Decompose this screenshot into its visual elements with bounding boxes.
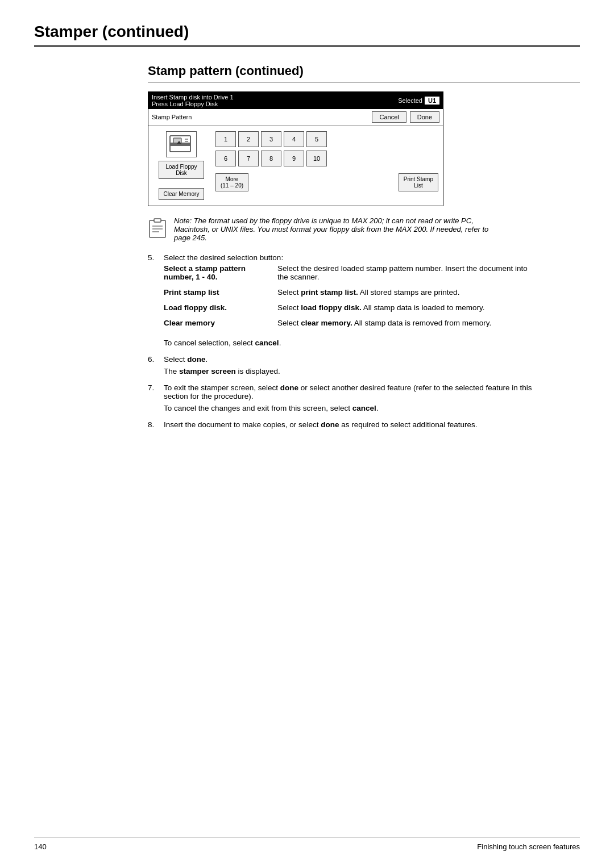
note-icon — [148, 218, 167, 243]
step-5-number: 5. — [148, 253, 159, 347]
def-row-stamp-pattern: Select a stamp pattern number, 1 - 40. S… — [164, 262, 534, 286]
def-term-print-stamp: Print stamp list — [164, 286, 277, 301]
def-row-print-stamp: Print stamp list Select print stamp list… — [164, 286, 534, 301]
stamp-number-8[interactable]: 8 — [261, 151, 281, 166]
def-desc-stamp-pattern: Select the desired loaded stamp pattern … — [277, 262, 534, 286]
definition-table: Select a stamp pattern number, 1 - 40. S… — [164, 262, 534, 332]
ui-dialog-box: Insert Stamp disk into Drive 1Press Load… — [148, 91, 443, 206]
def-row-load-floppy: Load floppy disk. Select load floppy dis… — [164, 301, 534, 316]
step-8-number: 8. — [148, 420, 159, 429]
note-block: Note: The format used by the floppy driv… — [148, 216, 500, 243]
ui-diagram: Insert Stamp disk into Drive 1Press Load… — [148, 91, 580, 206]
more-button[interactable]: More (11 – 20) — [215, 173, 248, 191]
right-panel: 1 2 3 4 5 6 7 8 9 10 — [215, 131, 438, 200]
step-5: 5. Select the desired selection button: … — [148, 253, 534, 347]
selected-value: U1 — [425, 97, 439, 105]
step-5-cancel-note: To cancel selection, select cancel. — [164, 339, 534, 347]
page-title: Stamper (continued) — [34, 23, 580, 47]
def-term-clear-memory: Clear memory — [164, 316, 277, 332]
stamp-number-3[interactable]: 3 — [261, 131, 281, 147]
stamp-number-6[interactable]: 6 — [215, 151, 236, 166]
step-6-main: Select done. — [164, 355, 534, 364]
clear-memory-button[interactable]: Clear Memory — [159, 188, 204, 200]
step-7-main: To exit the stamper screen, select done … — [164, 383, 534, 400]
selected-indicator: Selected U1 — [398, 97, 439, 105]
step-6-number: 6. — [148, 355, 159, 375]
stamp-number-9[interactable]: 9 — [284, 151, 304, 166]
stamp-number-2[interactable]: 2 — [238, 131, 259, 147]
cancel-button[interactable]: Cancel — [372, 111, 406, 123]
step-7-sub: To cancel the changes and exit from this… — [164, 404, 534, 412]
step-6: 6. Select done. The stamper screen is di… — [148, 355, 534, 375]
def-desc-print-stamp: Select print stamp list. All stored stam… — [277, 286, 534, 301]
step-7: 7. To exit the stamper screen, select do… — [148, 383, 534, 412]
note-text: Note: The format used by the floppy driv… — [174, 216, 500, 242]
dialog-toolbar: Stamp Pattern Cancel Done — [148, 109, 443, 126]
page-footer: 140 Finishing touch screen features — [34, 837, 580, 851]
dialog-body: Load Floppy Disk Clear Memory 1 2 3 4 5 — [148, 126, 443, 206]
step-6-content: Select done. The stamper screen is displ… — [164, 355, 534, 375]
def-term-load-floppy: Load floppy disk. — [164, 301, 277, 316]
step-8-content: Insert the document to make copies, or s… — [164, 420, 534, 429]
dialog-header: Insert Stamp disk into Drive 1Press Load… — [148, 92, 443, 109]
number-row-2: 6 7 8 9 10 — [215, 151, 438, 166]
footer-section-title: Finishing touch screen features — [477, 842, 580, 851]
def-row-clear-memory: Clear memory Select clear memory. All st… — [164, 316, 534, 332]
def-desc-clear-memory: Select clear memory. All stamp data is r… — [277, 316, 534, 332]
stamp-number-5[interactable]: 5 — [306, 131, 327, 147]
selected-text: Selected — [398, 97, 422, 104]
step-6-sub: The stamper screen is displayed. — [164, 367, 534, 375]
number-row-1: 1 2 3 4 5 — [215, 131, 438, 147]
dialog-header-text: Insert Stamp disk into Drive 1Press Load… — [152, 94, 234, 107]
section-title: Stamp pattern (continued) — [148, 64, 580, 82]
step-5-content: Select the desired selection button: Sel… — [164, 253, 534, 347]
left-panel: Load Floppy Disk Clear Memory — [153, 131, 210, 200]
page-container: Stamper (continued) Stamp pattern (conti… — [0, 0, 614, 471]
def-term-stamp-pattern: Select a stamp pattern number, 1 - 40. — [164, 262, 277, 286]
stamp-number-10[interactable]: 10 — [306, 151, 327, 166]
step-8: 8. Insert the document to make copies, o… — [148, 420, 534, 429]
steps-container: 5. Select the desired selection button: … — [148, 253, 534, 429]
step-8-main: Insert the document to make copies, or s… — [164, 420, 534, 429]
floppy-drive-svg — [169, 133, 194, 155]
svg-rect-7 — [154, 219, 161, 222]
stamp-number-7[interactable]: 7 — [238, 151, 259, 166]
footer-page-number: 140 — [34, 842, 47, 851]
done-button[interactable]: Done — [410, 111, 439, 123]
step-7-content: To exit the stamper screen, select done … — [164, 383, 534, 412]
def-desc-load-floppy: Select load floppy disk. All stamp data … — [277, 301, 534, 316]
toolbar-label: Stamp Pattern — [152, 114, 368, 120]
step-7-number: 7. — [148, 383, 159, 412]
floppy-icon — [166, 131, 197, 157]
print-stamp-list-button[interactable]: Print Stamp List — [399, 173, 438, 191]
step-5-intro: Select the desired selection button: — [164, 253, 283, 262]
load-floppy-disk-button[interactable]: Load Floppy Disk — [159, 161, 204, 179]
bottom-row: More (11 – 20) Print Stamp List — [215, 173, 438, 191]
stamp-number-1[interactable]: 1 — [215, 131, 236, 147]
stamp-number-4[interactable]: 4 — [284, 131, 304, 147]
clipboard-icon — [148, 218, 167, 239]
